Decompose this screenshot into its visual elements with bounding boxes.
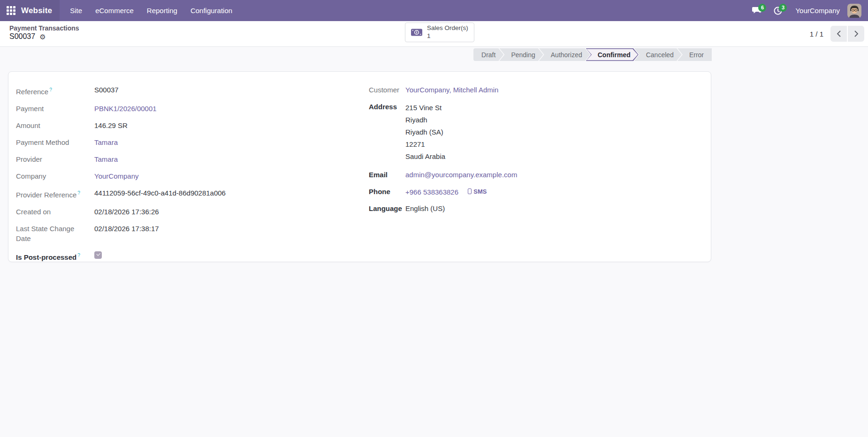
field-value-payment-link[interactable]: PBNK1/2026/00001 [94,105,157,113]
field-row-email: Email admin@yourcompany.example.com [369,166,703,183]
field-row-language: Language English (US) [369,200,703,217]
field-value-language: English (US) [405,203,703,213]
field-label-payment: Payment [16,104,94,113]
field-row-amount: Amount 146.29 SR [16,117,369,134]
status-step-authorized[interactable]: Authorized [539,48,590,61]
is-post-processed-checkbox[interactable] [94,251,102,259]
apps-grid-icon [7,6,15,15]
field-value-email-link[interactable]: admin@yourcompany.example.com [405,171,517,179]
field-row-provider: Provider Tamara [16,151,369,167]
field-row-phone: Phone +966 538363826 SMS [369,183,703,200]
apps-menu-button[interactable]: Website [0,0,60,21]
field-value-provider-link[interactable]: Tamara [94,155,118,163]
menu-site[interactable]: Site [63,0,89,21]
pager-next-button[interactable] [848,26,864,42]
help-icon[interactable]: ? [49,87,52,92]
field-row-created-on: Created on 02/18/2026 17:36:26 [16,203,369,220]
topbar-right: 6 3 YourCompany [749,3,861,19]
field-label-phone: Phone [369,187,405,197]
field-row-payment: Payment PBNK1/2026/00001 [16,100,369,117]
form-left-column: Reference? S00037 Payment PBNK1/2026/000… [16,81,369,262]
field-row-payment-method: Payment Method Tamara [16,134,369,151]
field-value-provider-reference[interactable]: 44112059-56cf-49c0-a41d-86d90281a006 [94,188,369,200]
field-label-email: Email [369,170,405,180]
status-step-pending[interactable]: Pending [499,48,543,61]
activities-badge: 3 [779,4,787,12]
field-label-provider-reference: Provider Reference [16,191,76,199]
help-icon[interactable]: ? [77,253,80,258]
sms-button-label: SMS [473,187,487,196]
field-value-amount[interactable]: 146.29 SR [94,121,369,130]
field-row-company: Company YourCompany [16,167,369,184]
help-icon[interactable]: ? [77,190,80,196]
field-row-customer: Customer YourCompany, Mitchell Admin [369,81,703,98]
sales-orders-smart-button[interactable]: Sales Order(s) 1 [405,23,474,42]
field-value-reference[interactable]: S00037 [94,85,369,97]
pager-value[interactable]: 1 / 1 [810,30,823,38]
address-line-state: Riyadh (SA) [405,126,703,138]
field-label-is-post-processed: Is Post-processed [16,253,76,261]
app-name[interactable]: Website [21,6,52,15]
smart-button-label: Sales Order(s) [427,24,468,32]
money-bill-icon [411,28,423,37]
field-label-address: Address [369,102,405,163]
field-row-reference: Reference? S00037 [16,81,369,100]
field-value-phone-link[interactable]: +966 538363826 [405,188,458,196]
menu-ecommerce[interactable]: eCommerce [89,0,140,21]
field-row-is-post-processed: Is Post-processed? [16,247,369,265]
field-label-company: Company [16,171,94,181]
field-label-amount: Amount [16,121,94,130]
top-menu: Site eCommerce Reporting Configuration [63,0,239,21]
status-step-draft[interactable]: Draft [473,48,503,61]
avatar-image [847,4,861,18]
address-line-street: 215 Vine St [405,102,703,114]
field-label-customer: Customer [369,85,405,95]
field-row-provider-reference: Provider Reference? 44112059-56cf-49c0-a… [16,184,369,203]
form-sheet: Reference? S00037 Payment PBNK1/2026/000… [8,71,711,262]
field-label-created-on: Created on [16,207,94,217]
field-label-provider: Provider [16,154,94,164]
top-navbar: Website Site eCommerce Reporting Configu… [0,0,868,21]
record-title: S00037 [9,32,35,41]
field-value-created-on[interactable]: 02/18/2026 17:36:26 [94,207,369,217]
form-right-column: Customer YourCompany, Mitchell Admin Add… [369,81,703,262]
messages-button[interactable]: 6 [749,3,765,19]
pager-previous-button[interactable] [830,26,847,42]
chevron-left-icon [837,30,841,38]
user-avatar[interactable] [847,4,861,18]
field-value-last-state-change[interactable]: 02/18/2026 17:38:17 [94,224,369,243]
status-step-confirmed[interactable]: Confirmed [586,48,639,61]
field-value-address: 215 Vine St Riyadh Riyadh (SA) 12271 Sau… [405,102,703,163]
field-label-payment-method: Payment Method [16,137,94,147]
field-value-customer-link[interactable]: YourCompany, Mitchell Admin [405,86,498,94]
field-label-reference: Reference [16,88,48,96]
field-row-address: Address 215 Vine St Riyadh Riyadh (SA) 1… [369,98,703,166]
control-panel: Payment Transactions S00037 ⚙ Sales Orde… [0,21,868,47]
address-line-country: Saudi Arabia [405,151,703,163]
user-company-menu[interactable]: YourCompany [795,7,840,15]
field-value-payment-method-link[interactable]: Tamara [94,138,118,146]
actions-gear-icon[interactable]: ⚙ [39,33,46,40]
status-step-canceled[interactable]: Canceled [634,48,682,61]
address-line-city: Riyadh [405,114,703,126]
menu-reporting[interactable]: Reporting [140,0,184,21]
status-bar: Draft Pending Authorized Confirmed Cance… [473,48,712,61]
activities-button[interactable]: 3 [770,3,786,19]
field-label-language: Language [369,203,405,213]
chevron-right-icon [854,30,859,38]
field-value-company-link[interactable]: YourCompany [94,172,139,180]
smart-button-count: 1 [427,32,468,40]
field-row-last-state-change: Last State Change Date 02/18/2026 17:38:… [16,220,369,247]
status-step-error[interactable]: Error [678,48,712,61]
field-label-last-state-change: Last State Change Date [16,224,94,243]
sms-phone-icon [468,188,472,194]
pager: 1 / 1 [810,26,864,42]
messages-badge: 6 [758,4,766,12]
menu-configuration[interactable]: Configuration [184,0,239,21]
sms-button[interactable]: SMS [468,187,487,196]
address-line-zip: 12271 [405,138,703,151]
